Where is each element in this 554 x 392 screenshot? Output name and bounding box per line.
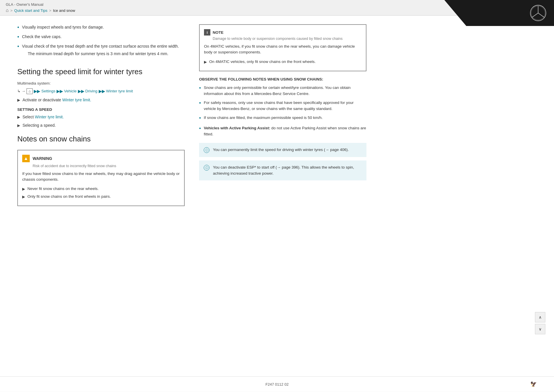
scroll-controls: ∧ ∨ (535, 312, 545, 334)
breadcrumb-home[interactable]: ⌂ (6, 8, 9, 13)
step-text-1: Select Winter tyre limit. (23, 114, 64, 120)
observe-heading: OBSERVE THE FOLLOWING NOTES WHEN USING S… (199, 77, 366, 81)
note-body: On 4MATIC vehicles, if you fit snow chai… (204, 44, 362, 55)
warning-step-text-1: Never fit snow chains on the rear wheels… (27, 186, 99, 192)
bullet-text-2: Check the valve caps. (22, 34, 61, 40)
nav-settings-link[interactable]: Settings (41, 89, 55, 93)
main-content: • Visually inspect wheels and tyres for … (0, 16, 554, 376)
bullet-dot-2: • (17, 33, 19, 41)
note-step: ▶ On 4MATIC vehicles, only fit snow chai… (204, 59, 362, 65)
activate-text: Activate or deactivate Winter tyre limit… (23, 97, 91, 103)
nav-double-arrow-4: ▶▶ (99, 89, 105, 94)
observe-text-2: For safety reasons, only use snow chains… (204, 100, 366, 112)
step-arrow-2: ▶ (17, 123, 20, 128)
warning-box: ▲ WARNING Risk of accident due to incorr… (17, 150, 185, 206)
breadcrumb-sep2: > (49, 8, 51, 13)
activate-step: ▶ Activate or deactivate Winter tyre lim… (17, 97, 185, 103)
nav-home-icon[interactable]: ⌂ (27, 88, 33, 94)
step-arrow-1: ▶ (17, 114, 20, 120)
observe-text-4: Vehicles with Active Parking Assist: do … (204, 125, 366, 137)
note-info-icon: i (204, 29, 210, 36)
header-left: GLA - Owner's Manual ⌂ > Quick start and… (6, 2, 75, 13)
nav-turn-arrow: ↳ (17, 89, 20, 93)
section2-heading: Notes on snow chains (17, 134, 185, 144)
bullet-item-1: • Visually inspect wheels and tyres for … (17, 24, 185, 31)
setting-speed-header: SETTING A SPEED (17, 107, 185, 112)
warning-step-1: ▶ Never fit snow chains on the rear whee… (22, 186, 180, 192)
observe-dot-4: • (199, 125, 201, 133)
info-box-2: ⓘ You can deactivate ESP* to start off (… (199, 160, 366, 180)
observe-text-3: If snow chains are fitted, the maximum p… (204, 115, 323, 121)
info-box-1: ⓘ You can permanently limit the speed fo… (199, 143, 366, 157)
info-circle-icon-2: ⓘ (204, 165, 209, 171)
breadcrumb: ⌂ > Quick start and Tips > Ice and snow (6, 8, 75, 13)
breadcrumb-quickstart[interactable]: Quick start and Tips (14, 8, 47, 13)
sub-text-tread: The minimum tread depth for summer tyres… (28, 51, 179, 57)
observe-text-1: Snow chains are only permissible for cer… (204, 85, 366, 97)
note-step-arrow: ▶ (204, 59, 207, 65)
multimedia-label: Multimedia system: (17, 81, 185, 85)
nav-double-arrow-1: ▶▶ (34, 89, 40, 94)
nav-double-arrow-3: ▶▶ (78, 89, 84, 94)
observe-item-2: • For safety reasons, only use snow chai… (199, 100, 366, 112)
bullet-item-2: • Check the valve caps. (17, 34, 185, 41)
note-step-text: On 4MATIC vehicles, only fit snow chains… (209, 59, 316, 65)
warning-step-arrow-1: ▶ (22, 186, 25, 192)
multimedia-nav: ↳ → ⌂ ▶▶ Settings ▶▶ Vehicle ▶▶ Driving … (17, 88, 185, 94)
scroll-down-button[interactable]: ∨ (535, 324, 545, 334)
info-text-2: You can deactivate ESP* to start off (→ … (213, 165, 362, 176)
scroll-up-button[interactable]: ∧ (535, 312, 545, 322)
step-text-2: Selecting a speed. (23, 122, 56, 128)
nav-double-arrow-2: ▶▶ (57, 89, 63, 94)
observe-item-3: • If snow chains are fitted, the maximum… (199, 115, 366, 122)
warning-subtitle: Risk of accident due to incorrectly fitt… (33, 164, 180, 168)
observe-item-4: • Vehicles with Active Parking Assist: d… (199, 125, 366, 137)
note-title: NOTE (213, 30, 224, 35)
bullet-text-1: Visually inspect wheels and tyres for da… (22, 24, 104, 30)
breadcrumb-sep1: > (10, 8, 13, 13)
note-subtitle: Damage to vehicle body or suspension com… (213, 37, 362, 41)
bullet-item-3: • Visual check of the tyre tread depth a… (17, 43, 185, 60)
breadcrumb-current: Ice and snow (53, 8, 75, 13)
step-arrow-activate: ▶ (17, 97, 20, 103)
page-header: GLA - Owner's Manual ⌂ > Quick start and… (0, 0, 554, 16)
warning-triangle-icon: ▲ (22, 155, 30, 162)
footer-bird-icon: 🦅 (530, 381, 537, 387)
note-box: i NOTE Damage to vehicle body or suspens… (199, 24, 366, 71)
observe-dot-1: • (199, 84, 201, 92)
intro-bullet-list: • Visually inspect wheels and tyres for … (17, 24, 185, 60)
svg-line-3 (532, 13, 538, 17)
note-header: i NOTE (204, 29, 362, 36)
warning-title: WARNING (33, 156, 52, 161)
activate-link[interactable]: Winter tyre limit. (62, 98, 91, 102)
winter-tyre-link[interactable]: Winter tyre limit. (35, 115, 64, 119)
bullet-text-3: Visual check of the tyre tread depth and… (22, 44, 179, 48)
manual-title: GLA - Owner's Manual (6, 2, 75, 7)
observe-list: • Snow chains are only permissible for c… (199, 85, 366, 137)
bullet-item-3-content: Visual check of the tyre tread depth and… (22, 43, 179, 60)
step-select: ▶ Select Winter tyre limit. (17, 114, 185, 120)
info-circle-icon-1: ⓘ (204, 147, 209, 153)
observe-dot-3: • (199, 114, 201, 122)
bullet-dot-3: • (17, 43, 19, 51)
bullet-dot-1: • (17, 24, 19, 31)
nav-vehicle-link[interactable]: Vehicle (64, 89, 77, 93)
left-column: • Visually inspect wheels and tyres for … (17, 24, 185, 359)
footer-code: F247 0112 02 (190, 382, 364, 387)
warning-step-2: ▶ Only fit snow chains on the front whee… (22, 194, 180, 200)
right-column: i NOTE Damage to vehicle body or suspens… (199, 24, 366, 359)
warning-header: ▲ WARNING (22, 155, 180, 162)
warning-body: If you have fitted snow chains to the re… (22, 171, 180, 183)
warning-step-text-2: Only fit snow chains on the front wheels… (27, 194, 111, 199)
step-selecting: ▶ Selecting a speed. (17, 122, 185, 128)
nav-driving-link[interactable]: Driving (85, 89, 98, 93)
observe-item-1: • Snow chains are only permissible for c… (199, 85, 366, 97)
mercedes-logo (529, 4, 547, 22)
section1-heading: Setting the speed limit for winter tyres (17, 67, 185, 77)
observe-dot-2: • (199, 99, 201, 107)
svg-line-4 (538, 13, 544, 17)
info-text-1: You can permanently limit the speed for … (213, 147, 349, 153)
observe-bold-part: Vehicles with Active Parking Assist: (204, 126, 270, 130)
warning-step-arrow-2: ▶ (22, 194, 25, 200)
nav-winter-tyre-limit-link[interactable]: Winter tyre limit (106, 89, 133, 93)
